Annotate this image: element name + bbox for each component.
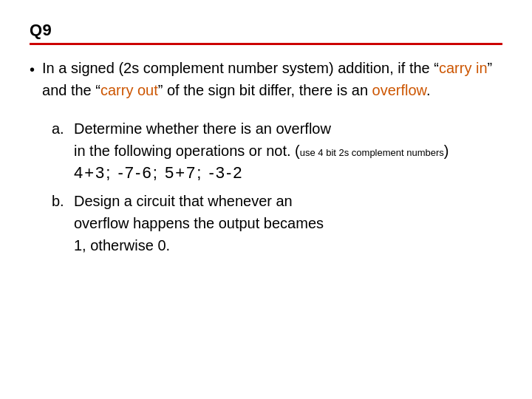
overflow-text: overflow: [372, 82, 426, 98]
part-a-line1: Determine whether there is an overflow: [74, 120, 331, 137]
bullet-section: • In a signed (2s complement number syst…: [30, 57, 502, 101]
bullet-dot: •: [30, 58, 35, 81]
part-b-line2: overflow happens the output becames: [74, 215, 324, 231]
operations-line: 4+3; -7-6; 5+7; -3-2: [74, 163, 502, 183]
bullet-middle2: ” of the sign bit differ, there is an: [158, 82, 372, 98]
carry-in-text: carry in: [439, 60, 488, 76]
part-b-line3: 1, otherwise 0.: [74, 237, 170, 253]
part-a-line2: in the following operations or not. (: [74, 143, 300, 159]
sub-items: a. Determine whether there is an overflo…: [52, 117, 502, 256]
carry-out-text: carry out: [100, 82, 158, 98]
page: Q9 • In a signed (2s complement number s…: [0, 0, 532, 399]
part-a-paren: ): [444, 143, 449, 159]
part-a-item: a. Determine whether there is an overflo…: [52, 117, 502, 183]
title-section: Q9: [30, 21, 502, 45]
part-a-prefix: a.: [52, 117, 74, 140]
bullet-end: .: [426, 82, 431, 98]
part-a-content: Determine whether there is an overflow i…: [74, 117, 449, 162]
bullet-intro: In a signed (2s complement number system…: [42, 60, 439, 76]
part-b-prefix: b.: [52, 190, 74, 212]
part-b-line1: Design a circuit that whenever an: [74, 193, 293, 209]
part-b-content: Design a circuit that whenever an overfl…: [74, 190, 324, 256]
part-a-row: a. Determine whether there is an overflo…: [52, 117, 502, 162]
bullet-text: In a signed (2s complement number system…: [42, 57, 502, 101]
part-a-small: use 4 bit 2s complement numbers: [300, 147, 444, 158]
page-title: Q9: [30, 21, 502, 40]
part-b-item: b. Design a circuit that whenever an ove…: [52, 190, 502, 256]
red-divider: [30, 43, 502, 45]
